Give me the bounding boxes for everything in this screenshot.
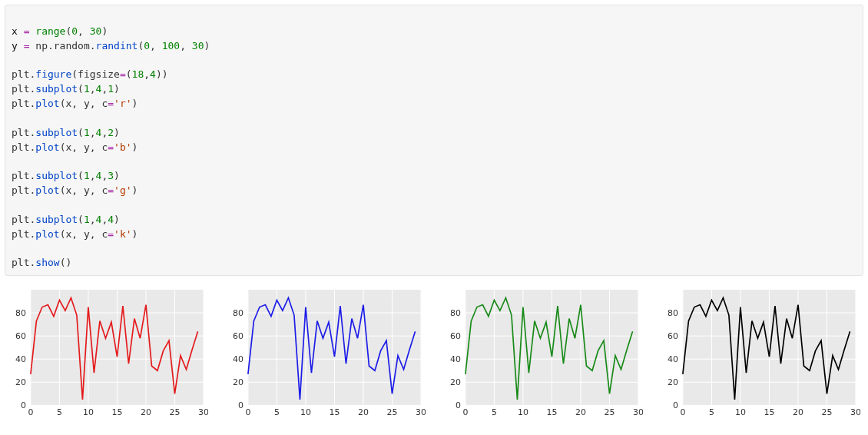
code-line: y = np.random.randint(0, 100, 30) bbox=[12, 40, 210, 51]
x-tick-label: 5 bbox=[274, 408, 280, 418]
x-tick-label: 25 bbox=[822, 408, 833, 418]
x-tick-label: 0 bbox=[680, 408, 685, 418]
subplot-3: 051015202530020406080 bbox=[442, 285, 643, 419]
y-tick-label: 80 bbox=[233, 308, 244, 318]
y-tick-label: 0 bbox=[673, 401, 678, 411]
x-tick-label: 15 bbox=[329, 408, 340, 418]
y-tick-label: 40 bbox=[233, 354, 244, 364]
y-tick-label: 40 bbox=[450, 354, 461, 364]
y-tick-label: 0 bbox=[238, 401, 244, 411]
y-tick-label: 40 bbox=[668, 354, 678, 364]
code-line: plt.subplot(1,4,2) bbox=[12, 127, 120, 138]
x-tick-label: 30 bbox=[198, 408, 208, 418]
x-tick-label: 0 bbox=[28, 408, 33, 418]
y-tick-label: 20 bbox=[668, 377, 678, 387]
x-tick-label: 10 bbox=[518, 408, 528, 418]
y-tick-label: 60 bbox=[668, 331, 678, 341]
code-line: plt.subplot(1,4,3) bbox=[12, 170, 120, 181]
y-tick-label: 80 bbox=[15, 308, 26, 318]
x-tick-label: 30 bbox=[850, 408, 860, 418]
code-line: plt.subplot(1,4,4) bbox=[12, 214, 120, 225]
subplot-1: 051015202530020406080 bbox=[8, 285, 208, 419]
x-tick-label: 30 bbox=[633, 408, 643, 418]
y-tick-label: 60 bbox=[15, 331, 26, 341]
x-tick-label: 5 bbox=[57, 408, 62, 418]
subplot-2: 051015202530020406080 bbox=[225, 285, 426, 419]
x-tick-label: 30 bbox=[416, 408, 426, 418]
y-tick-label: 20 bbox=[233, 377, 244, 387]
y-tick-label: 0 bbox=[456, 401, 461, 411]
code-line: plt.plot(x, y, c='b') bbox=[12, 141, 137, 153]
y-tick-label: 20 bbox=[450, 377, 461, 387]
x-tick-label: 20 bbox=[575, 408, 586, 418]
code-line: plt.plot(x, y, c='r') bbox=[12, 98, 137, 109]
y-tick-label: 80 bbox=[450, 308, 461, 318]
y-tick-label: 80 bbox=[668, 308, 678, 318]
x-tick-label: 25 bbox=[605, 408, 615, 418]
x-tick-label: 15 bbox=[111, 408, 122, 418]
y-tick-label: 0 bbox=[21, 401, 26, 411]
x-tick-label: 15 bbox=[546, 408, 557, 418]
x-tick-label: 10 bbox=[735, 408, 746, 418]
x-tick-label: 10 bbox=[300, 408, 311, 418]
x-tick-label: 20 bbox=[793, 408, 803, 418]
code-line: plt.plot(x, y, c='k') bbox=[12, 228, 137, 240]
y-tick-label: 60 bbox=[233, 331, 244, 341]
code-line: plt.plot(x, y, c='g') bbox=[12, 184, 137, 196]
x-tick-label: 0 bbox=[245, 408, 250, 418]
code-line: x = range(0, 30) bbox=[12, 25, 108, 37]
x-tick-label: 0 bbox=[462, 408, 468, 418]
x-tick-label: 25 bbox=[387, 408, 398, 418]
y-tick-label: 60 bbox=[450, 331, 461, 341]
charts-output: 051015202530020406080 051015202530020406… bbox=[0, 282, 868, 427]
code-cell: x = range(0, 30) y = np.random.randint(0… bbox=[5, 5, 863, 276]
subplot-4: 051015202530020406080 bbox=[660, 285, 860, 419]
code-line: plt.show() bbox=[12, 257, 71, 268]
x-tick-label: 5 bbox=[709, 408, 714, 418]
x-tick-label: 25 bbox=[170, 408, 181, 418]
x-tick-label: 20 bbox=[358, 408, 369, 418]
x-tick-label: 5 bbox=[492, 408, 497, 418]
x-tick-label: 20 bbox=[141, 408, 151, 418]
x-tick-label: 15 bbox=[764, 408, 774, 418]
code-line: plt.subplot(1,4,1) bbox=[12, 83, 120, 95]
y-tick-label: 20 bbox=[15, 377, 26, 387]
code-line: plt.figure(figsize=(18,4)) bbox=[12, 68, 168, 80]
x-tick-label: 10 bbox=[83, 408, 94, 418]
y-tick-label: 40 bbox=[15, 354, 26, 364]
